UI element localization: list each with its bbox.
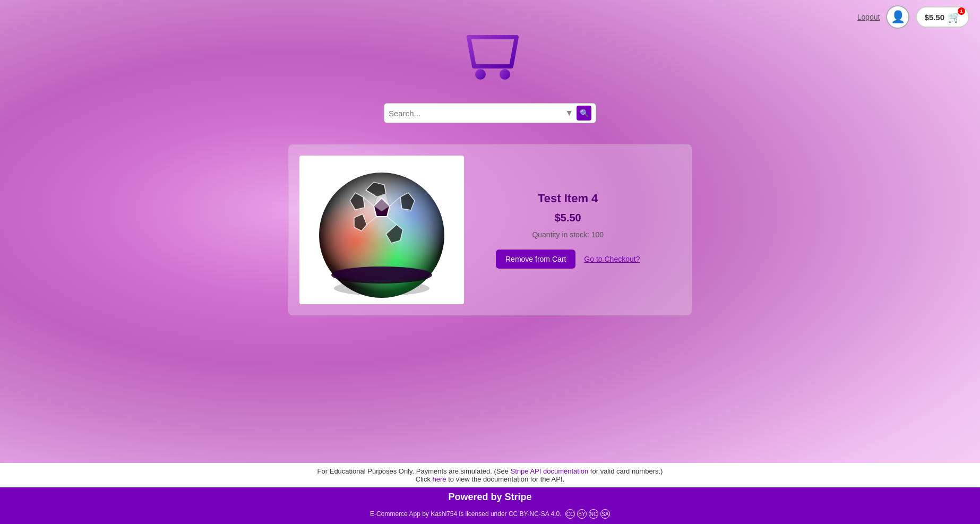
search-bar: ▼ 🔍 [384, 103, 596, 123]
cc-icon: CC [565, 509, 575, 519]
go-to-checkout-link[interactable]: Go to Checkout? [584, 255, 640, 263]
product-stock: Quantity in stock: 100 [532, 230, 604, 239]
footer-license-mid: is licensed under [457, 510, 509, 518]
footer-author-link[interactable]: Kashi754 [431, 510, 457, 518]
header: Logout 👤 $5.50 🛒 1 [0, 0, 980, 337]
by-icon: BY [577, 509, 587, 519]
logo-area [448, 27, 532, 92]
search-icon: 🔍 [580, 109, 589, 117]
footer-docs-post: to view the documentation for the API. [446, 475, 565, 483]
product-info: Test Item 4 $5.50 Quantity in stock: 100… [496, 192, 640, 269]
search-input[interactable] [389, 109, 562, 118]
stripe-api-link[interactable]: Stripe API documentation [511, 467, 589, 475]
product-image-svg [307, 161, 456, 299]
cart-button[interactable]: $5.50 🛒 1 [916, 6, 969, 28]
user-account-button[interactable]: 👤 [886, 5, 909, 29]
search-button[interactable]: 🔍 [577, 106, 591, 121]
footer: For Educational Purposes Only. Payments … [0, 463, 980, 524]
product-card: Test Item 4 $5.50 Quantity in stock: 100… [288, 144, 692, 315]
nc-icon: NC [589, 509, 598, 519]
top-controls: Logout 👤 $5.50 🛒 1 [857, 5, 969, 29]
footer-license-period: . [560, 510, 561, 518]
footer-license: E-Commerce App by Kashi754 is licensed u… [0, 507, 980, 524]
product-name: Test Item 4 [538, 192, 598, 205]
remove-from-cart-button[interactable]: Remove from Cart [496, 250, 575, 269]
product-actions: Remove from Cart Go to Checkout? [496, 250, 640, 269]
sa-icon: SA [600, 509, 610, 519]
user-icon: 👤 [891, 10, 905, 24]
footer-notice: For Educational Purposes Only. Payments … [0, 463, 980, 487]
logo-icon [448, 27, 532, 90]
footer-notice-text2: for valid card numbers.) [588, 467, 663, 475]
product-image [299, 156, 464, 304]
footer-notice-text1: For Educational Purposes Only. Payments … [317, 467, 511, 475]
product-price: $5.50 [555, 212, 581, 224]
cart-icon-wrap: 🛒 1 [948, 11, 961, 23]
cart-badge: 1 [958, 7, 965, 15]
footer-docs-pre: Click [416, 475, 433, 483]
svg-point-4 [475, 69, 486, 80]
svg-point-5 [500, 69, 510, 80]
logout-link[interactable]: Logout [857, 13, 880, 21]
footer-brand: Powered by Stripe [0, 487, 980, 507]
svg-point-24 [333, 267, 431, 280]
footer-license-pre: E-Commerce App by [370, 510, 431, 518]
footer-docs-link[interactable]: here [433, 475, 446, 483]
license-icons: CC BY NC SA [565, 509, 610, 519]
cart-price: $5.50 [924, 13, 944, 22]
filter-icon[interactable]: ▼ [565, 108, 573, 118]
footer-license-link[interactable]: CC BY-NC-SA 4.0 [509, 510, 560, 518]
